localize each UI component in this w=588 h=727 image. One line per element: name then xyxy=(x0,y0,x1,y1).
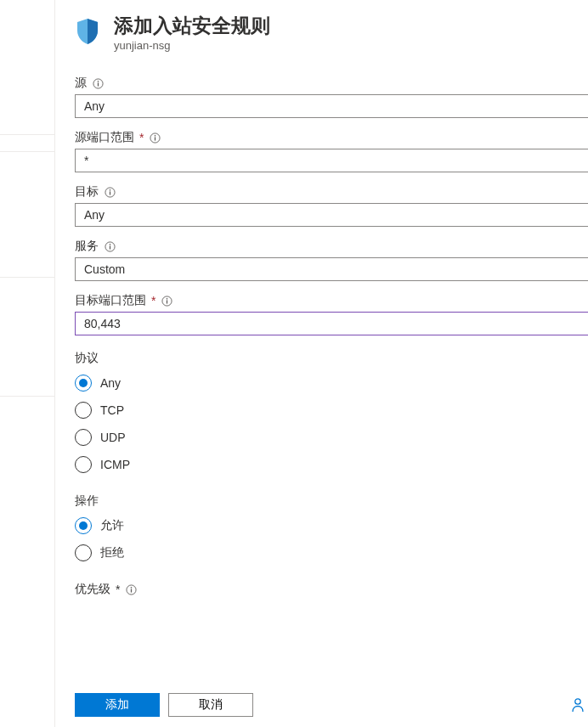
info-icon[interactable] xyxy=(125,583,137,595)
cancel-button[interactable]: 取消 xyxy=(168,693,253,717)
svg-rect-5 xyxy=(155,137,155,140)
panel-subtitle: yunjian-nsg xyxy=(114,39,270,52)
panel-title: 添加入站安全规则 xyxy=(114,14,270,37)
svg-point-7 xyxy=(109,189,110,190)
required-mark: * xyxy=(139,131,144,144)
panel-header: 添加入站安全规则 yunjian-nsg xyxy=(75,14,588,52)
info-icon[interactable] xyxy=(92,77,104,89)
svg-point-10 xyxy=(109,243,110,245)
destination-label: 目标 xyxy=(75,184,99,200)
add-inbound-rule-panel: 添加入站安全规则 yunjian-nsg 源 Any 源端口范围 * 目标 xyxy=(75,14,588,600)
field-dest-port-range: 目标端口范围 * xyxy=(75,293,588,335)
svg-rect-14 xyxy=(167,300,167,303)
field-source: 源 Any xyxy=(75,76,588,118)
action-label: 操作 xyxy=(75,493,588,509)
svg-point-16 xyxy=(131,586,133,588)
shield-icon xyxy=(75,17,100,46)
svg-point-4 xyxy=(155,134,156,136)
feedback-icon-area xyxy=(571,697,585,715)
source-select[interactable]: Any xyxy=(75,94,588,118)
source-label: 源 xyxy=(75,76,87,91)
left-side-panel xyxy=(0,0,55,727)
source-port-label: 源端口范围 xyxy=(75,130,134,145)
destination-select[interactable]: Any xyxy=(75,203,588,227)
info-icon[interactable] xyxy=(104,186,116,198)
svg-rect-8 xyxy=(109,191,110,194)
radio-icon xyxy=(75,375,92,392)
info-icon[interactable] xyxy=(104,240,116,252)
field-source-port-range: 源端口范围 * xyxy=(75,130,588,172)
info-icon[interactable] xyxy=(161,295,172,307)
protocol-any[interactable]: Any xyxy=(75,369,588,397)
priority-label-row: 优先级 * xyxy=(75,582,588,597)
action-deny[interactable]: 拒绝 xyxy=(75,539,588,566)
radio-icon xyxy=(75,517,92,534)
svg-rect-11 xyxy=(109,245,110,249)
add-button[interactable]: 添加 xyxy=(75,693,160,717)
svg-point-1 xyxy=(97,80,99,82)
radio-icon xyxy=(75,429,92,446)
info-icon[interactable] xyxy=(149,132,161,144)
source-port-input[interactable] xyxy=(75,149,588,172)
protocol-tcp[interactable]: TCP xyxy=(75,397,588,424)
svg-point-13 xyxy=(167,297,168,299)
radio-icon xyxy=(75,402,92,419)
person-icon[interactable] xyxy=(571,702,585,715)
field-service: 服务 Custom xyxy=(75,239,588,281)
radio-icon xyxy=(75,544,92,561)
protocol-icmp[interactable]: ICMP xyxy=(75,451,588,478)
required-mark: * xyxy=(116,583,120,596)
protocol-udp[interactable]: UDP xyxy=(75,424,588,451)
required-mark: * xyxy=(151,294,155,307)
priority-label: 优先级 xyxy=(75,582,110,597)
dest-port-label: 目标端口范围 xyxy=(75,293,146,308)
service-label: 服务 xyxy=(75,239,99,254)
svg-rect-17 xyxy=(131,589,132,592)
service-select[interactable]: Custom xyxy=(75,257,588,281)
action-radio-group: 允许 拒绝 xyxy=(75,512,588,566)
radio-icon xyxy=(75,456,92,473)
dest-port-input[interactable] xyxy=(75,312,588,335)
svg-point-18 xyxy=(575,699,580,704)
field-destination: 目标 Any xyxy=(75,184,588,227)
action-allow[interactable]: 允许 xyxy=(75,512,588,539)
svg-rect-2 xyxy=(97,82,98,86)
protocol-radio-group: Any TCP UDP ICMP xyxy=(75,369,588,478)
panel-footer: 添加 取消 xyxy=(75,693,253,717)
protocol-label: 协议 xyxy=(75,351,588,366)
